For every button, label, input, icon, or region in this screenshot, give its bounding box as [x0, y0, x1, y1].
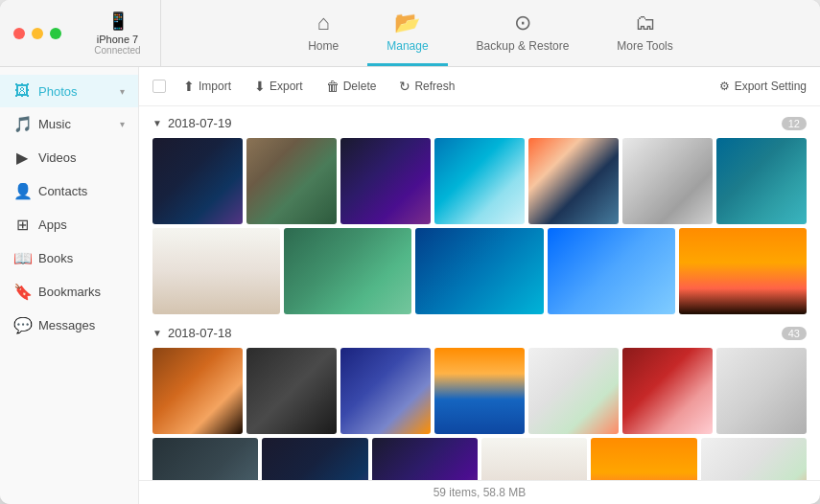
photo-thumb[interactable]: [622, 348, 713, 434]
sidebar-item-messages[interactable]: 💬 Messages: [0, 309, 138, 342]
photo-thumb[interactable]: [152, 138, 243, 224]
export-button[interactable]: ⬇ Export: [245, 75, 313, 98]
sidebar-item-apps[interactable]: ⊞ Apps: [0, 208, 138, 241]
toolbar: ⬆ Import ⬇ Export 🗑 Delete ↻ Refresh ⚙: [139, 67, 820, 106]
photos-arrow-icon: ▾: [120, 86, 125, 97]
import-icon: ⬆: [183, 79, 195, 94]
minimize-button[interactable]: [32, 28, 43, 39]
sidebar: 🖼 Photos ▾ 🎵 Music ▾ ▶ Videos 👤 Contacts…: [0, 67, 139, 504]
photo-thumb[interactable]: [152, 438, 258, 480]
main-area: 🖼 Photos ▾ 🎵 Music ▾ ▶ Videos 👤 Contacts…: [0, 67, 820, 504]
maximize-button[interactable]: [50, 28, 61, 39]
main-window: 📱 iPhone 7 Connected ⌂ Home 📂 Manage ⊙ B…: [0, 0, 820, 504]
photo-thumb[interactable]: [284, 228, 411, 314]
tab-backup[interactable]: ⊙ Backup & Restore: [457, 0, 589, 66]
photo-row-1-2: [152, 228, 807, 314]
device-status: Connected: [94, 45, 140, 56]
photo-thumb[interactable]: [548, 228, 675, 314]
photo-thumb[interactable]: [340, 348, 431, 434]
photo-thumb[interactable]: [622, 138, 713, 224]
date-label-2: 2018-07-18: [168, 326, 232, 340]
date-label-1: 2018-07-19: [168, 116, 232, 130]
photo-thumb[interactable]: [591, 438, 696, 480]
sidebar-videos-label: Videos: [38, 150, 125, 165]
date-count-2: 43: [782, 327, 807, 340]
delete-button[interactable]: 🗑 Delete: [316, 75, 387, 98]
tools-icon: 🗂: [635, 11, 656, 35]
bookmarks-icon: 🔖: [13, 283, 31, 301]
sidebar-item-bookmarks[interactable]: 🔖 Bookmarks: [0, 275, 138, 309]
tab-home-label: Home: [308, 39, 339, 53]
sidebar-apps-label: Apps: [38, 218, 125, 232]
sidebar-messages-label: Messages: [38, 318, 125, 332]
gear-icon: ⚙: [719, 80, 730, 93]
refresh-icon: ↻: [399, 79, 410, 94]
tab-manage[interactable]: 📂 Manage: [367, 0, 447, 66]
photo-thumb[interactable]: [152, 228, 280, 314]
date-group-2: ▼ 2018-07-18 43: [152, 326, 807, 480]
photo-thumb[interactable]: [434, 348, 525, 434]
sidebar-item-books[interactable]: 📖 Books: [0, 241, 138, 275]
photo-grid-area[interactable]: ▼ 2018-07-19 12: [139, 106, 820, 480]
device-info: 📱 iPhone 7 Connected: [75, 0, 161, 66]
refresh-button[interactable]: ↻ Refresh: [389, 75, 464, 98]
tab-backup-label: Backup & Restore: [477, 39, 570, 53]
collapse-icon-2[interactable]: ▼: [152, 328, 162, 338]
photo-thumb[interactable]: [340, 138, 431, 224]
select-all-checkbox[interactable]: [152, 80, 166, 93]
photo-thumb[interactable]: [246, 348, 337, 434]
titlebar: 📱 iPhone 7 Connected ⌂ Home 📂 Manage ⊙ B…: [0, 0, 820, 67]
sidebar-item-music[interactable]: 🎵 Music ▾: [0, 107, 138, 141]
sidebar-bookmarks-label: Bookmarks: [38, 285, 125, 299]
photo-thumb[interactable]: [434, 138, 525, 224]
sidebar-item-photos[interactable]: 🖼 Photos ▾: [0, 75, 138, 107]
export-label: Export: [269, 80, 303, 93]
tab-home[interactable]: ⌂ Home: [289, 0, 358, 66]
books-icon: 📖: [13, 249, 31, 267]
sidebar-item-contacts[interactable]: 👤 Contacts: [0, 174, 138, 208]
date-group-1: ▼ 2018-07-19 12: [152, 116, 807, 314]
home-icon: ⌂: [317, 11, 330, 35]
sidebar-contacts-label: Contacts: [38, 184, 125, 198]
sidebar-photos-label: Photos: [38, 84, 112, 99]
photo-thumb[interactable]: [679, 228, 807, 314]
messages-icon: 💬: [13, 316, 31, 334]
photos-icon: 🖼: [13, 82, 31, 100]
sidebar-music-label: Music: [38, 117, 112, 131]
status-text: 59 items, 58.8 MB: [433, 486, 527, 499]
date-header-2: ▼ 2018-07-18 43: [152, 326, 807, 340]
close-button[interactable]: [13, 28, 25, 39]
photo-thumb[interactable]: [415, 228, 543, 314]
import-button[interactable]: ⬆ Import: [174, 75, 241, 98]
device-icon: 📱: [107, 11, 129, 32]
contacts-icon: 👤: [13, 182, 31, 200]
export-setting-label: Export Setting: [735, 80, 807, 93]
photo-thumb[interactable]: [716, 348, 807, 434]
tab-tools[interactable]: 🗂 More Tools: [597, 0, 691, 66]
photo-thumb[interactable]: [262, 438, 367, 480]
photo-thumb[interactable]: [528, 138, 619, 224]
delete-icon: 🗑: [326, 79, 340, 94]
photo-thumb[interactable]: [246, 138, 337, 224]
status-bar: 59 items, 58.8 MB: [139, 480, 820, 504]
sidebar-item-videos[interactable]: ▶ Videos: [0, 141, 138, 174]
photo-row-1-1: [152, 138, 807, 224]
backup-icon: ⊙: [514, 11, 531, 35]
tab-manage-label: Manage: [387, 39, 428, 53]
photo-thumb[interactable]: [716, 138, 807, 224]
collapse-icon-1[interactable]: ▼: [152, 118, 162, 128]
device-name: iPhone 7: [97, 34, 138, 45]
import-label: Import: [199, 80, 231, 93]
photo-thumb[interactable]: [481, 438, 587, 480]
photo-thumb[interactable]: [152, 348, 243, 434]
apps-icon: ⊞: [13, 216, 31, 234]
photo-thumb[interactable]: [372, 438, 478, 480]
photo-row-2-2: [152, 438, 807, 480]
content-area: ⬆ Import ⬇ Export 🗑 Delete ↻ Refresh ⚙: [139, 67, 820, 504]
date-header-1: ▼ 2018-07-19 12: [152, 116, 807, 130]
music-icon: 🎵: [13, 115, 31, 133]
export-setting-button[interactable]: ⚙ Export Setting: [719, 80, 807, 93]
photo-thumb[interactable]: [528, 348, 619, 434]
photo-thumb[interactable]: [701, 438, 807, 480]
tab-tools-label: More Tools: [617, 39, 672, 53]
